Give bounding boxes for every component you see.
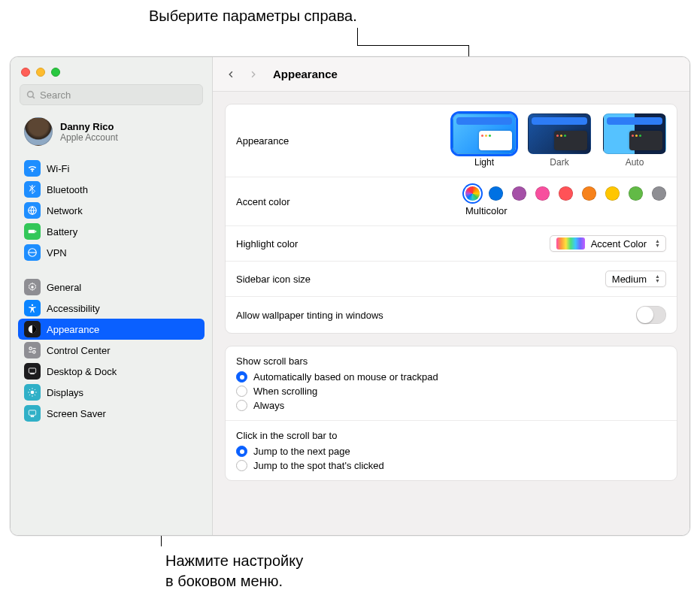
sidebar-group: Wi-Fi Bluetooth Network Battery VPN [11,155,212,266]
accent-swatch[interactable] [535,186,550,201]
accent-swatch[interactable] [465,186,480,201]
radio-button-icon [236,460,247,471]
row-label: Allow wallpaper tinting in windows [236,310,383,321]
highlight-popup[interactable]: Accent Color ▲▼ [550,235,666,252]
radio-button-icon [236,446,247,457]
minimize-button[interactable] [36,68,45,77]
radio-label: When scrolling [253,386,317,397]
theme-auto[interactable]: Auto [603,113,666,168]
radio-option[interactable]: Jump to the spot that's clicked [236,460,666,471]
accent-swatch[interactable] [605,186,620,201]
accent-swatch[interactable] [512,186,526,201]
sidebar-item-screen-saver[interactable]: Screen Saver [18,403,205,424]
close-button[interactable] [21,68,30,77]
svg-point-0 [28,91,34,97]
accent-caption: Multicolor [465,205,508,216]
sidebar-item-label: General [47,282,81,293]
page-title: Appearance [273,68,338,80]
svg-rect-4 [35,231,36,232]
callout-line [357,28,358,45]
window-controls [11,65,212,84]
sidebar-item-label: Appearance [47,324,99,335]
sidebar-item-label: Wi-Fi [47,163,69,174]
forward-button[interactable] [247,68,259,80]
scroll-panel: Show scroll bars Automatically based on … [225,346,677,481]
content-pane: Appearance Appearance Light [213,57,689,535]
radio-label: Jump to the spot that's clicked [253,460,384,471]
radio-button-icon [236,400,247,411]
wifi-icon [24,160,41,177]
account-row[interactable]: Danny Rico Apple Account [11,113,212,155]
accent-swatch[interactable] [559,186,573,201]
sidebar-item-label: Network [47,205,83,216]
annotation-bottom: Нажмите настройку в боковом меню. [165,551,303,591]
radio-option[interactable]: Automatically based on mouse or trackpad [236,371,666,383]
radio-label: Automatically based on mouse or trackpad [253,371,438,383]
topbar: Appearance [213,57,689,92]
appearance-row: Appearance Light Dark [226,104,677,177]
accent-row: Accent color Multicolor [226,177,677,226]
settings-window: Search Danny Rico Apple Account Wi-Fi Bl… [10,56,690,536]
search-input[interactable]: Search [20,84,203,105]
scrollclick-radio-group: Jump to the next pageJump to the spot th… [236,446,666,471]
theme-label: Dark [550,157,568,168]
sidebar-item-vpn[interactable]: VPN [18,242,205,263]
displays-icon [24,384,41,401]
control-center-icon [24,342,41,358]
sidebar-item-displays[interactable]: Displays [18,382,205,403]
sidebar-item-bluetooth[interactable]: Bluetooth [18,179,205,200]
sidebar-item-accessibility[interactable]: Accessibility [18,298,205,319]
sidebar-icon-popup[interactable]: Medium ▲▼ [605,271,666,287]
row-label: Show scroll bars [236,355,666,367]
tinting-row: Allow wallpaper tinting in windows [226,297,677,333]
popup-value: Medium [612,274,647,285]
search-icon [26,90,36,100]
radio-option[interactable]: Jump to the next page [236,446,666,457]
chevron-right-icon [249,68,257,80]
accent-swatch[interactable] [489,186,503,201]
row-label: Sidebar icon size [236,274,311,285]
account-name: Danny Rico [60,121,118,132]
row-label: Highlight color [236,238,298,250]
svg-rect-14 [30,374,35,374]
radio-option[interactable]: Always [236,400,666,411]
screen-saver-icon [24,405,41,422]
row-label: Click in the scroll bar to [236,430,666,441]
svg-point-11 [33,351,36,354]
sidebar-item-control-center[interactable]: Control Center [18,340,205,361]
accent-swatch[interactable] [629,186,643,201]
tinting-toggle[interactable] [636,306,666,324]
radio-option[interactable]: When scrolling [236,386,666,397]
sidebar-item-general[interactable]: General [18,277,205,298]
sidebar-item-label: Accessibility [47,303,100,314]
callout-line [357,45,469,46]
sidebar-item-battery[interactable]: Battery [18,221,205,242]
bluetooth-icon [24,181,41,198]
chevron-left-icon [227,68,235,80]
sidebar-item-network[interactable]: Network [18,200,205,221]
back-button[interactable] [225,68,238,80]
sidebar-item-label: Battery [47,226,77,237]
search-placeholder: Search [40,89,71,101]
sidebar-item-label: Displays [47,387,83,398]
theme-light[interactable]: Light [453,113,516,168]
svg-line-23 [35,389,35,390]
sidebar-item-appearance[interactable]: Appearance [18,319,205,340]
updown-icon: ▲▼ [653,237,662,250]
desktop-dock-icon [24,363,41,380]
sidebar-item-wifi[interactable]: Wi-Fi [18,158,205,179]
sidebar-item-desktop-dock[interactable]: Desktop & Dock [18,361,205,382]
svg-point-9 [29,347,32,350]
accessibility-icon [24,300,41,316]
radio-label: Jump to the next page [253,446,350,457]
appearance-icon [24,321,41,337]
sidebar-icon-row: Sidebar icon size Medium ▲▼ [226,262,677,297]
accent-swatch[interactable] [582,186,596,201]
svg-rect-24 [29,410,35,415]
theme-dark[interactable]: Dark [528,113,591,168]
zoom-button[interactable] [51,68,60,77]
accent-swatch[interactable] [652,186,666,201]
scrollbars-radio-group: Automatically based on mouse or trackpad… [236,371,666,411]
svg-rect-25 [31,416,34,417]
sidebar-item-label: Desktop & Dock [47,366,117,377]
